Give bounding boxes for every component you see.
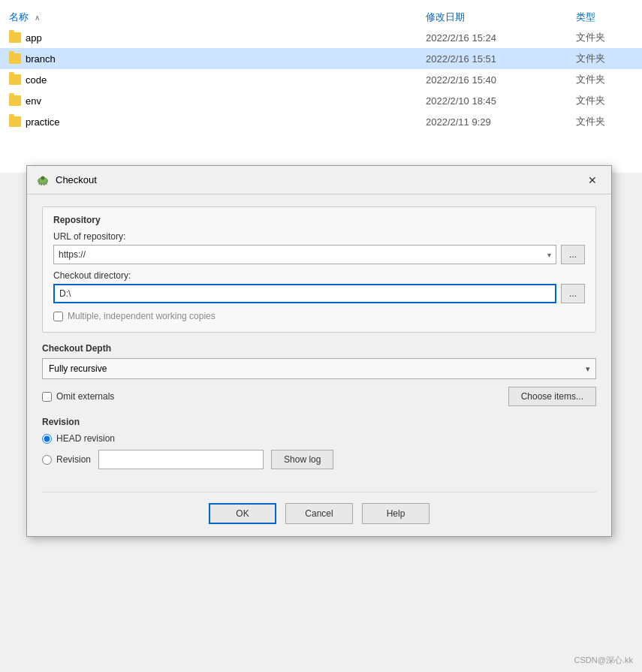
table-row[interactable]: practice 2022/2/11 9:29 文件夹 bbox=[0, 111, 642, 132]
revision-radio-group: Revision bbox=[42, 454, 91, 465]
svg-point-2 bbox=[41, 176, 45, 179]
col-header-type[interactable]: 类型 bbox=[567, 8, 642, 27]
table-row[interactable]: code 2022/2/16 15:40 文件夹 bbox=[0, 69, 642, 90]
head-revision-radio[interactable] bbox=[42, 434, 52, 444]
checkout-dir-input[interactable] bbox=[53, 284, 556, 303]
file-date: 2022/2/16 15:40 bbox=[417, 69, 567, 90]
file-explorer: 名称 ∧ 修改日期 类型 app 2022/2/16 15:24 文件夹 bbox=[0, 0, 642, 173]
url-field-label: URL of repository: bbox=[53, 231, 585, 242]
show-log-button[interactable]: Show log bbox=[271, 450, 333, 469]
file-type: 文件夹 bbox=[567, 27, 642, 48]
file-name-cell: app bbox=[0, 27, 417, 48]
revision-input-row: Revision Show log bbox=[42, 450, 596, 469]
dialog-content: Repository URL of repository: https:// ▾… bbox=[27, 194, 611, 492]
file-name: branch bbox=[26, 53, 56, 65]
url-value: https:// bbox=[59, 249, 86, 260]
dir-input-row: ... bbox=[53, 284, 585, 303]
file-name: env bbox=[26, 95, 41, 107]
choose-items-button[interactable]: Choose items... bbox=[508, 387, 596, 406]
close-button[interactable]: ✕ bbox=[583, 172, 602, 188]
url-browse-button[interactable]: ... bbox=[561, 245, 585, 264]
svg-line-4 bbox=[46, 183, 47, 185]
head-revision-label: HEAD revision bbox=[56, 433, 115, 444]
revision-section: Revision HEAD revision Revision Show log bbox=[42, 417, 596, 469]
file-name: practice bbox=[26, 116, 60, 128]
repository-section: Repository URL of repository: https:// ▾… bbox=[42, 206, 596, 333]
folder-icon bbox=[9, 32, 21, 43]
revision-number-input[interactable] bbox=[98, 450, 264, 469]
svg-line-3 bbox=[39, 183, 40, 185]
omit-row: Omit externals Choose items... bbox=[42, 387, 596, 406]
file-name-cell: practice bbox=[0, 111, 417, 132]
multiple-copies-row: Multiple, independent working copies bbox=[53, 311, 585, 321]
file-date: 2022/2/11 9:29 bbox=[417, 111, 567, 132]
repository-label: Repository bbox=[53, 215, 585, 225]
col-header-date[interactable]: 修改日期 bbox=[417, 8, 567, 27]
dir-field-label: Checkout directory: bbox=[53, 270, 585, 281]
file-type: 文件夹 bbox=[567, 48, 642, 69]
url-input-wrapper[interactable]: https:// ▾ bbox=[53, 245, 556, 264]
file-type: 文件夹 bbox=[567, 90, 642, 111]
file-type: 文件夹 bbox=[567, 69, 642, 90]
file-name-cell: branch bbox=[0, 48, 417, 69]
omit-externals-checkbox[interactable] bbox=[42, 392, 52, 402]
checkout-icon bbox=[36, 173, 50, 187]
folder-icon bbox=[9, 116, 21, 127]
col-header-name[interactable]: 名称 ∧ bbox=[0, 8, 417, 27]
file-date: 2022/2/16 15:51 bbox=[417, 48, 567, 69]
depth-select-wrapper: Fully recursiveOnly this itemImmediate c… bbox=[42, 358, 596, 379]
folder-icon bbox=[9, 53, 21, 64]
url-dropdown-icon[interactable]: ▾ bbox=[547, 251, 551, 259]
checkout-depth-label: Checkout Depth bbox=[42, 343, 596, 354]
multiple-copies-checkbox[interactable] bbox=[53, 312, 63, 321]
table-row[interactable]: env 2022/2/10 18:45 文件夹 bbox=[0, 90, 642, 111]
url-input-row: https:// ▾ ... bbox=[53, 245, 585, 264]
table-row[interactable]: app 2022/2/16 15:24 文件夹 bbox=[0, 27, 642, 48]
specific-revision-radio[interactable] bbox=[42, 455, 52, 465]
folder-icon bbox=[9, 74, 21, 85]
file-name: app bbox=[26, 32, 42, 44]
revision-label: Revision bbox=[42, 417, 596, 427]
file-type: 文件夹 bbox=[567, 111, 642, 132]
dialog-titlebar: Checkout ✕ bbox=[27, 166, 611, 194]
specific-revision-label: Revision bbox=[56, 454, 91, 465]
file-name: code bbox=[26, 74, 47, 86]
omit-externals-label: Omit externals bbox=[56, 391, 114, 402]
cancel-button[interactable]: Cancel bbox=[285, 503, 353, 524]
file-name-cell: env bbox=[0, 90, 417, 111]
file-name-cell: code bbox=[0, 69, 417, 90]
checkout-dialog: Checkout ✕ Repository URL of repository:… bbox=[26, 165, 612, 537]
watermark: CSDN@深心.kk bbox=[574, 655, 633, 666]
dir-browse-button[interactable]: ... bbox=[561, 284, 585, 303]
sort-arrow-icon: ∧ bbox=[35, 14, 40, 22]
ok-button[interactable]: OK bbox=[209, 503, 276, 524]
dialog-footer: OK Cancel Help bbox=[27, 493, 611, 536]
dialog-title: Checkout bbox=[56, 174, 577, 185]
folder-icon bbox=[9, 95, 21, 106]
checkout-depth-section: Checkout Depth Fully recursiveOnly this … bbox=[42, 343, 596, 406]
omit-externals-row: Omit externals bbox=[42, 391, 114, 402]
file-date: 2022/2/10 18:45 bbox=[417, 90, 567, 111]
depth-select[interactable]: Fully recursiveOnly this itemImmediate c… bbox=[42, 358, 596, 379]
file-date: 2022/2/16 15:24 bbox=[417, 27, 567, 48]
table-row[interactable]: branch 2022/2/16 15:51 文件夹 bbox=[0, 48, 642, 69]
head-revision-row: HEAD revision bbox=[42, 433, 596, 444]
help-button[interactable]: Help bbox=[362, 503, 430, 524]
file-table: 名称 ∧ 修改日期 类型 app 2022/2/16 15:24 文件夹 bbox=[0, 8, 642, 132]
multiple-copies-label: Multiple, independent working copies bbox=[68, 311, 216, 321]
